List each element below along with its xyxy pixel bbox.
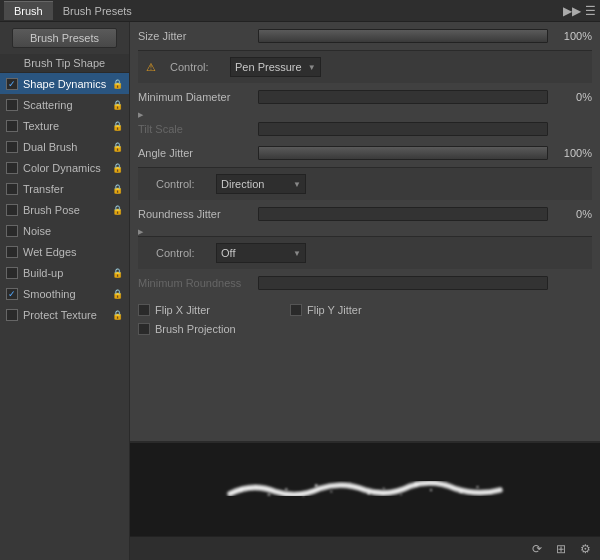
- sidebar-item-wet-edges[interactable]: Wet Edges: [0, 241, 129, 262]
- svg-point-5: [315, 484, 318, 487]
- sidebar-label-shape-dynamics: Shape Dynamics: [23, 78, 110, 90]
- pen-pressure-value: Pen Pressure: [235, 61, 302, 73]
- checkbox-flip-y[interactable]: [290, 304, 302, 316]
- sidebar-item-noise[interactable]: Noise: [0, 220, 129, 241]
- svg-point-7: [349, 482, 351, 484]
- checkbox-flip-x[interactable]: [138, 304, 150, 316]
- flip-x-jitter-row: Flip X Jitter: [138, 304, 210, 316]
- grid-icon[interactable]: ⊞: [552, 540, 570, 558]
- svg-point-16: [490, 492, 492, 494]
- angle-jitter-row: Angle Jitter 100%: [138, 143, 592, 163]
- brush-stroke-preview: [175, 475, 555, 505]
- sidebar-label-color-dynamics: Color Dynamics: [23, 162, 110, 174]
- svg-point-10: [400, 493, 402, 495]
- preview-area: [130, 441, 600, 536]
- checkboxes-section: Flip X Jitter Flip Y Jitter Brush Projec…: [138, 301, 592, 335]
- svg-point-15: [476, 485, 478, 487]
- sidebar-label-scattering: Scattering: [23, 99, 110, 111]
- roundness-jitter-slider[interactable]: [258, 207, 548, 221]
- checkbox-smoothing[interactable]: [6, 288, 18, 300]
- min-diameter-slider[interactable]: [258, 90, 548, 104]
- svg-point-6: [330, 490, 332, 492]
- checkbox-noise[interactable]: [6, 225, 18, 237]
- pen-pressure-dropdown[interactable]: Pen Pressure ▼: [230, 57, 321, 77]
- min-diameter-value: 0%: [554, 91, 592, 103]
- sidebar-item-buildup[interactable]: Build-up 🔒: [0, 262, 129, 283]
- min-roundness-slider[interactable]: [258, 276, 548, 290]
- checkbox-brush-pose[interactable]: [6, 204, 18, 216]
- section-divider-1: [138, 111, 592, 119]
- min-roundness-label: Minimum Roundness: [138, 277, 258, 289]
- min-diameter-row: Minimum Diameter 0%: [138, 87, 592, 107]
- sidebar-item-brush-pose[interactable]: Brush Pose 🔒: [0, 199, 129, 220]
- sidebar-item-scattering[interactable]: Scattering 🔒: [0, 94, 129, 115]
- sidebar-item-shape-dynamics[interactable]: Shape Dynamics 🔒: [0, 73, 129, 94]
- checkbox-color-dynamics[interactable]: [6, 162, 18, 174]
- control-label-1: Control:: [170, 61, 230, 73]
- expand-icon[interactable]: ▶▶: [563, 4, 581, 18]
- svg-point-9: [383, 487, 385, 489]
- angle-jitter-value: 100%: [554, 147, 592, 159]
- direction-dropdown[interactable]: Direction ▼: [216, 174, 306, 194]
- angle-jitter-slider[interactable]: [258, 146, 548, 160]
- sidebar-label-transfer: Transfer: [23, 183, 110, 195]
- svg-point-1: [256, 486, 258, 488]
- pen-pressure-row: ⚠ Control: Pen Pressure ▼: [146, 57, 584, 77]
- dropdown-arrow-2: ▼: [293, 180, 301, 189]
- svg-point-0: [240, 488, 242, 490]
- sidebar-label-texture: Texture: [23, 120, 110, 132]
- lock-icon-shape-dynamics: 🔒: [112, 79, 123, 89]
- checkbox-buildup[interactable]: [6, 267, 18, 279]
- checkbox-wet-edges[interactable]: [6, 246, 18, 258]
- direction-row: Control: Direction ▼: [146, 174, 584, 194]
- menu-icon[interactable]: ☰: [585, 4, 596, 18]
- tilt-scale-slider[interactable]: [258, 122, 548, 136]
- checkbox-scattering[interactable]: [6, 99, 18, 111]
- sidebar-item-dual-brush[interactable]: Dual Brush 🔒: [0, 136, 129, 157]
- sidebar-item-protect-texture[interactable]: Protect Texture 🔒: [0, 304, 129, 325]
- checkbox-dual-brush[interactable]: [6, 141, 18, 153]
- sidebar-label-wet-edges: Wet Edges: [23, 246, 123, 258]
- off-control: Control: Off ▼: [138, 236, 592, 269]
- direction-control: Control: Direction ▼: [138, 167, 592, 200]
- sidebar-label-protect-texture: Protect Texture: [23, 309, 110, 321]
- controls-area: Size Jitter 100% ⚠ Control: Pen Pressure…: [130, 22, 600, 441]
- checkbox-protect-texture[interactable]: [6, 309, 18, 321]
- flip-y-jitter-row: Flip Y Jitter: [290, 304, 362, 316]
- roundness-jitter-row: Roundness Jitter 0%: [138, 204, 592, 224]
- off-dropdown[interactable]: Off ▼: [216, 243, 306, 263]
- bottom-toolbar: ⟳ ⊞ ⚙: [130, 536, 600, 560]
- checkbox-brush-projection[interactable]: [138, 323, 150, 335]
- size-jitter-label: Size Jitter: [138, 30, 258, 42]
- off-row: Control: Off ▼: [146, 243, 584, 263]
- settings-icon[interactable]: ⚙: [576, 540, 594, 558]
- tilt-scale-row: Tilt Scale: [138, 119, 592, 139]
- size-jitter-value: 100%: [554, 30, 592, 42]
- brush-presets-button[interactable]: Brush Presets: [12, 28, 117, 48]
- sidebar-label-noise: Noise: [23, 225, 123, 237]
- warning-icon: ⚠: [146, 61, 156, 74]
- dropdown-arrow-1: ▼: [308, 63, 316, 72]
- tab-brush[interactable]: Brush: [4, 1, 53, 20]
- checkbox-shape-dynamics[interactable]: [6, 78, 18, 90]
- angle-jitter-label: Angle Jitter: [138, 147, 258, 159]
- checkbox-texture[interactable]: [6, 120, 18, 132]
- size-jitter-slider[interactable]: [258, 29, 548, 43]
- checkbox-transfer[interactable]: [6, 183, 18, 195]
- svg-point-3: [285, 488, 287, 490]
- pen-pressure-control: ⚠ Control: Pen Pressure ▼: [138, 50, 592, 83]
- sidebar-label-smoothing: Smoothing: [23, 288, 110, 300]
- sidebar-item-color-dynamics[interactable]: Color Dynamics 🔒: [0, 157, 129, 178]
- lock-icon-transfer: 🔒: [112, 184, 123, 194]
- off-value: Off: [221, 247, 235, 259]
- sidebar-label-dual-brush: Dual Brush: [23, 141, 110, 153]
- tab-brush-presets[interactable]: Brush Presets: [53, 2, 142, 20]
- sidebar-item-smoothing[interactable]: Smoothing 🔒: [0, 283, 129, 304]
- brush-projection-row: Brush Projection: [138, 323, 592, 335]
- sidebar-item-texture[interactable]: Texture 🔒: [0, 115, 129, 136]
- sidebar-item-transfer[interactable]: Transfer 🔒: [0, 178, 129, 199]
- sync-icon[interactable]: ⟳: [528, 540, 546, 558]
- roundness-jitter-value: 0%: [554, 208, 592, 220]
- lock-icon-dual-brush: 🔒: [112, 142, 123, 152]
- roundness-jitter-label: Roundness Jitter: [138, 208, 258, 220]
